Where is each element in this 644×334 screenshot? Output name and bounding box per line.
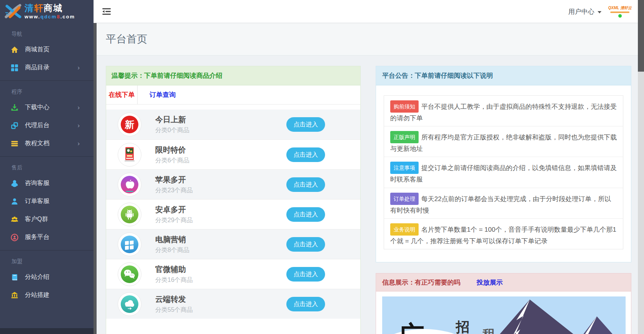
category-row: 官微辅助分类16个商品点击进入 <box>106 259 360 289</box>
category-row: 限时特价分类6个商品点击进入 <box>106 139 360 169</box>
category-name: 今日上新 <box>155 115 189 125</box>
brand-title: 清轩商城 <box>25 3 75 13</box>
notice-badge: 订单处理 <box>390 193 419 205</box>
tab-online-order[interactable]: 在线下单 <box>106 85 138 104</box>
chevron-right-icon: › <box>77 104 80 111</box>
ad-char-zu: 租 <box>482 327 496 334</box>
home-icon <box>11 46 18 54</box>
sidebar-item-users[interactable]: 客户Q群 <box>0 210 94 228</box>
category-count: 分类6个商品 <box>155 157 189 165</box>
enter-category-button[interactable]: 点击进入 <box>286 117 325 132</box>
notice-badge: 正版声明 <box>390 131 419 143</box>
brand-url: www.qdcm8.com <box>25 14 75 20</box>
enter-category-button[interactable]: 点击进入 <box>286 297 325 311</box>
page-title: 平台首页 <box>106 23 147 56</box>
brand-logo[interactable]: 清轩商城 www.qdcm8.com <box>0 0 94 23</box>
wechat-icon <box>118 262 141 286</box>
chevron-right-icon: › <box>77 64 80 72</box>
tab-order-query[interactable]: 订单查询 <box>145 85 180 104</box>
mini-logo-tagline <box>610 11 629 13</box>
category-count: 分类8个商品 <box>155 246 189 254</box>
brand-mark-icon <box>5 4 21 19</box>
sidebar-section-label: 导航 <box>0 23 94 41</box>
page-header: 平台首页 <box>97 23 638 56</box>
chevron-down-icon[interactable] <box>598 11 601 13</box>
book-icon <box>11 273 18 281</box>
windows-icon <box>118 232 141 256</box>
notice-row: 订单处理每天22点前的订单都会当天处理完成，由于分时段处理订单，所以有时快有时慢 <box>384 188 623 218</box>
ad-banner-image[interactable]: 广 告 招 租 <box>382 296 626 334</box>
bank-icon <box>11 291 18 299</box>
sidebar-scrollbar[interactable] <box>94 23 97 334</box>
sidebar-item-label: 商品目录 <box>25 64 49 72</box>
sidebar-item-home[interactable]: 商城首页 <box>0 41 94 59</box>
page-scrollbar[interactable] <box>638 0 644 334</box>
sidebar-section-label: 加盟 <box>0 250 94 268</box>
announcement-panel: 平台公告：下单前请仔细阅读以下说明 购前须知平台不提供人工教学，由于虚拟商品的特… <box>376 66 631 262</box>
sidebar-item-label: 咨询客服 <box>25 179 49 187</box>
windows-squares-icon <box>11 122 18 129</box>
category-name: 苹果多开 <box>155 175 193 185</box>
sidebar-item-grid[interactable]: 商品目录› <box>0 59 94 77</box>
online-status-dot <box>618 14 622 18</box>
sidebar-item-label: 分站介绍 <box>25 273 49 281</box>
notice-text: 平台不提供人工教学，由于虚拟商品的特殊性不支持退款，无法接受的请勿下单 <box>390 103 617 122</box>
sidebar-item-label: 服务平台 <box>25 233 49 241</box>
sidebar-item-qq[interactable]: 咨询客服 <box>0 174 94 192</box>
enter-category-button[interactable]: 点击进入 <box>286 267 325 282</box>
category-count: 分类16个商品 <box>155 276 193 284</box>
category-count: 分类23个商品 <box>155 187 193 195</box>
category-count: 分类29个商品 <box>155 216 193 224</box>
sidebar-item-label: 分站搭建 <box>25 291 49 299</box>
ad-panel-title: 信息展示：有正巧需要的吗 <box>382 279 460 286</box>
sidebar-item-label: 下载中心 <box>25 103 49 111</box>
sidebar-item-windows-squares[interactable]: 代理后台› <box>0 116 94 134</box>
category-count: 分类55个商品 <box>155 306 193 314</box>
user-center-menu[interactable]: 用户中心 <box>568 7 595 16</box>
chevron-right-icon: › <box>77 122 80 129</box>
notice-text: 每天22点前的订单都会当天处理完成，由于分时段处理订单，所以有时快有时慢 <box>390 195 611 214</box>
notice-badge: 购前须知 <box>390 100 419 113</box>
category-name: 云端转发 <box>155 294 193 305</box>
qq-icon <box>11 180 18 187</box>
sidebar-item-service[interactable]: 服务平台 <box>0 228 94 246</box>
category-row: 新今日上新分类0个商品点击进入 <box>106 110 360 139</box>
notice-row: 业务说明名片赞下单数量1个 = 100个，音音手手有说明数量最少下单几个那1个就… <box>384 218 623 249</box>
cloud-icon <box>118 292 141 316</box>
sidebar-item-bank[interactable]: 分站搭建 <box>0 286 94 304</box>
category-row: 苹果多开分类23个商品点击进入 <box>106 169 360 199</box>
category-list: 新今日上新分类0个商品点击进入限时特价分类6个商品点击进入苹果多开分类23个商品… <box>106 105 360 319</box>
notice-text: 名片赞下单数量1个 = 100个，音音手手有说明数量最少下单几个那1个就 = 几… <box>390 226 616 245</box>
user-icon <box>11 198 18 205</box>
sidebar-item-book[interactable]: 分站介绍 <box>0 268 94 286</box>
sidebar-section-label: 程序 <box>0 81 94 98</box>
category-row: 安卓多开分类29个商品点击进入 <box>106 199 360 229</box>
sidebar-bottom-strip <box>0 328 94 334</box>
notice-row: 正版声明所有程序均是官方正版授权，绝非破解和盗版，同时也为您提供下载与更新地址 <box>384 126 623 157</box>
enter-category-button[interactable]: 点击进入 <box>286 177 325 192</box>
enter-category-button[interactable]: 点击进入 <box>286 237 325 252</box>
category-name: 限时特价 <box>155 145 189 155</box>
chevron-right-icon: › <box>77 140 80 147</box>
ad-char-guang: 广 <box>398 321 424 334</box>
sidebar-item-label: 教程文档 <box>25 139 49 147</box>
notice-text: 所有程序均是官方正版授权，绝非破解和盗版，同时也为您提供下载与更新地址 <box>390 134 617 152</box>
sidebar-item-download[interactable]: 下载中心› <box>0 98 94 116</box>
ad-panel-header: 信息展示：有正巧需要的吗 投放展示 <box>376 273 631 291</box>
sidebar-toggle-icon[interactable] <box>102 8 111 15</box>
category-row: 电脑营销分类8个商品点击进入 <box>106 229 360 259</box>
announcement-panel-header: 平台公告：下单前请仔细阅读以下说明 <box>376 66 631 85</box>
svg-text:新: 新 <box>125 119 135 130</box>
category-name: 官微辅助 <box>155 264 193 275</box>
service-icon <box>11 234 18 241</box>
page-scrollbar-thumb[interactable] <box>638 0 644 72</box>
enter-category-button[interactable]: 点击进入 <box>286 147 325 162</box>
ad-placement-link[interactable]: 投放展示 <box>476 279 503 286</box>
qxml-mini-logo[interactable]: QXML 清轩云 <box>608 5 632 18</box>
notice-row: 购前须知平台不提供人工教学，由于虚拟商品的特殊性不支持退款，无法接受的请勿下单 <box>384 96 623 126</box>
sidebar-item-list[interactable]: 教程文档› <box>0 134 94 152</box>
download-icon <box>11 104 18 111</box>
users-icon <box>11 216 18 223</box>
sidebar-item-user[interactable]: 订单客服 <box>0 192 94 210</box>
enter-category-button[interactable]: 点击进入 <box>286 207 325 222</box>
